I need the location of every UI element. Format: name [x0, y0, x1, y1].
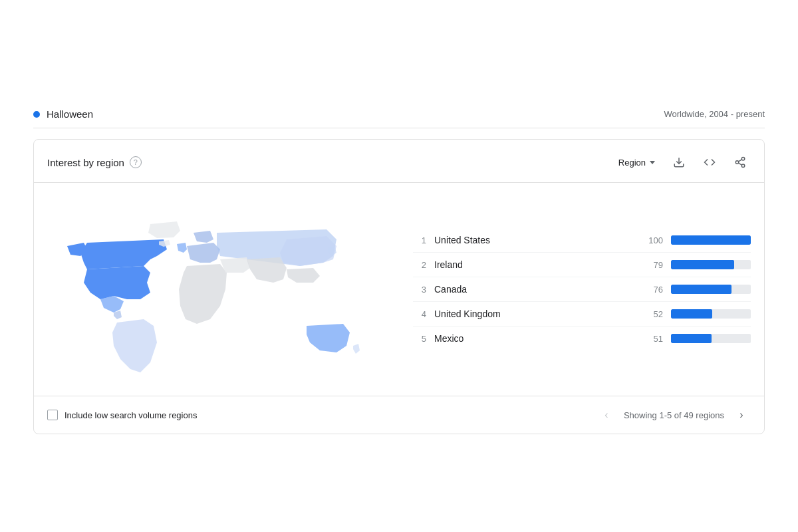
svg-line-5 [738, 160, 741, 162]
ranking-row: 3 Canada 76 [413, 277, 751, 302]
low-volume-checkbox[interactable] [47, 410, 58, 420]
rank-bar-container [671, 260, 751, 269]
pagination-prev-button[interactable]: ‹ [597, 406, 616, 424]
topic-dot [33, 111, 40, 118]
world-map [47, 196, 393, 382]
rank-bar-container [671, 235, 751, 245]
pagination-area: ‹ Showing 1-5 of 49 regions › [597, 406, 751, 424]
ranking-row: 1 United States 100 [413, 228, 751, 253]
embed-button[interactable] [699, 152, 720, 173]
rank-score: 79 [639, 260, 663, 270]
region-label: Region [618, 158, 646, 168]
card-body: 1 United States 100 2 Ireland 79 3 Canad… [34, 183, 764, 396]
rank-bar-fill [671, 285, 732, 294]
rank-number: 4 [413, 309, 426, 319]
rank-bar-fill [671, 260, 734, 269]
help-icon[interactable]: ? [130, 156, 142, 168]
ranking-row: 5 Mexico 51 [413, 327, 751, 350]
checkbox-label-text: Include low search volume regions [65, 410, 197, 420]
header-left: Halloween [33, 108, 93, 120]
header-bar: Halloween Worldwide, 2004 - present [33, 98, 765, 128]
rank-score: 100 [639, 235, 663, 245]
rank-number: 1 [413, 235, 426, 245]
rankings-area: 1 United States 100 2 Ireland 79 3 Canad… [413, 196, 751, 382]
rank-number: 5 [413, 334, 426, 344]
rank-country: Mexico [434, 333, 631, 344]
region-dropdown[interactable]: Region [614, 155, 659, 170]
rank-country: United Kingdom [434, 309, 631, 319]
ranking-row: 2 Ireland 79 [413, 253, 751, 277]
card-controls: Region [614, 152, 751, 173]
chevron-down-icon [650, 161, 655, 164]
pagination-next-button[interactable]: › [732, 406, 751, 424]
rank-number: 2 [413, 260, 426, 270]
rank-bar-fill [671, 334, 712, 343]
rank-bar-container [671, 334, 751, 343]
map-area [47, 196, 393, 382]
rank-bar-fill [671, 309, 712, 319]
download-button[interactable] [668, 152, 690, 173]
card-title-text: Interest by region [47, 157, 124, 168]
header-scope: Worldwide, 2004 - present [664, 109, 765, 119]
pagination-text: Showing 1-5 of 49 regions [624, 410, 724, 420]
rank-bar-fill [671, 235, 751, 245]
interest-by-region-card: Interest by region ? Region [33, 139, 765, 434]
low-volume-checkbox-label[interactable]: Include low search volume regions [47, 410, 197, 420]
topic-title: Halloween [47, 108, 93, 120]
rank-score: 76 [639, 285, 663, 295]
rank-score: 52 [639, 309, 663, 319]
svg-point-3 [741, 164, 745, 168]
rank-country: United States [434, 235, 631, 245]
rank-bar-container [671, 309, 751, 319]
card-title-area: Interest by region ? [47, 156, 142, 168]
rank-number: 3 [413, 285, 426, 295]
rank-country: Ireland [434, 259, 631, 270]
card-footer: Include low search volume regions ‹ Show… [34, 396, 764, 434]
card-header: Interest by region ? Region [34, 140, 764, 183]
ranking-row: 4 United Kingdom 52 [413, 302, 751, 327]
rank-country: Canada [434, 284, 631, 295]
share-button[interactable] [730, 152, 751, 173]
rank-bar-container [671, 285, 751, 294]
svg-point-2 [735, 161, 739, 164]
rank-score: 51 [639, 334, 663, 344]
svg-line-4 [738, 163, 741, 165]
svg-point-1 [741, 158, 745, 161]
